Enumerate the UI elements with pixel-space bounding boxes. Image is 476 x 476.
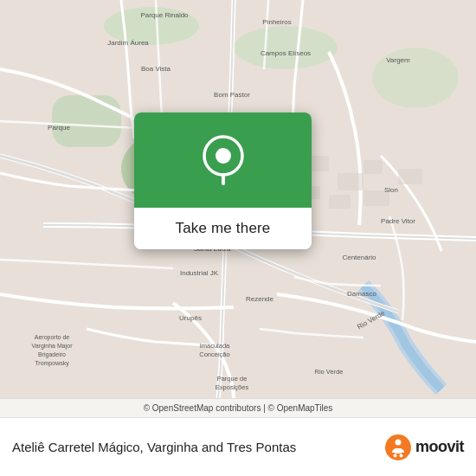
svg-text:Slon: Slon [384, 186, 398, 194]
svg-point-45 [393, 453, 396, 457]
svg-point-46 [399, 453, 402, 457]
svg-rect-9 [398, 169, 422, 184]
svg-rect-7 [338, 173, 363, 190]
svg-rect-8 [363, 160, 383, 174]
svg-point-2 [234, 26, 338, 69]
svg-text:Urupês: Urupês [179, 314, 202, 322]
location-title: Ateliê Carretel Mágico, Varginha and Tre… [12, 439, 374, 456]
svg-text:Campos Elíseos: Campos Elíseos [261, 49, 311, 57]
svg-point-41 [215, 148, 231, 164]
attribution-bar: © OpenStreetMap contributors | © OpenMap… [0, 398, 476, 417]
svg-text:Rezende: Rezende [246, 295, 274, 303]
moovit-logo: moovit [384, 434, 464, 461]
popup-green-area [134, 113, 312, 208]
svg-text:Exposições: Exposições [215, 383, 249, 391]
svg-text:Parque Rinaldo: Parque Rinaldo [140, 11, 189, 19]
svg-rect-11 [329, 195, 351, 209]
moovit-wordmark: moovit [415, 438, 464, 456]
svg-text:Parque de: Parque de [217, 375, 248, 383]
svg-text:Padre Vitor: Padre Vitor [381, 217, 415, 225]
svg-text:Pinheiros: Pinheiros [262, 18, 291, 26]
svg-text:Varginha Major: Varginha Major [32, 343, 74, 350]
take-me-there-button[interactable]: Take me there [134, 208, 312, 249]
svg-text:Industrial JK: Industrial JK [180, 269, 219, 277]
svg-point-4 [372, 48, 459, 108]
map: Parque Rinaldo Pinheiros Jardim Áurea Bo… [0, 0, 476, 398]
svg-text:Imaculada: Imaculada [200, 342, 230, 350]
svg-text:Trompowsky: Trompowsky [35, 360, 69, 367]
svg-text:Parque: Parque [48, 124, 70, 132]
svg-rect-3 [52, 95, 121, 147]
svg-point-42 [385, 434, 411, 460]
svg-text:Damasco: Damasco [347, 290, 376, 298]
svg-text:Boa Vista: Boa Vista [141, 65, 171, 73]
popup-card: Take me there [134, 113, 312, 249]
svg-text:Bom Pastor: Bom Pastor [214, 91, 250, 99]
svg-text:Aeroporto de: Aeroporto de [35, 334, 70, 341]
moovit-app-icon [384, 434, 412, 461]
svg-rect-44 [395, 448, 402, 453]
title-bar: Ateliê Carretel Mágico, Varginha and Tre… [0, 417, 476, 476]
svg-text:Vargem: Vargem [386, 56, 410, 64]
location-pin-icon [201, 133, 246, 187]
svg-text:Conceição: Conceição [199, 351, 229, 358]
svg-text:Jardim Áurea: Jardim Áurea [107, 39, 149, 47]
svg-text:Centenário: Centenário [342, 254, 376, 261]
svg-text:Brigadeiro: Brigadeiro [38, 351, 66, 358]
attribution-text: © OpenStreetMap contributors | © OpenMap… [144, 403, 333, 413]
svg-point-43 [395, 439, 401, 445]
svg-text:Rio Verde: Rio Verde [315, 368, 344, 376]
